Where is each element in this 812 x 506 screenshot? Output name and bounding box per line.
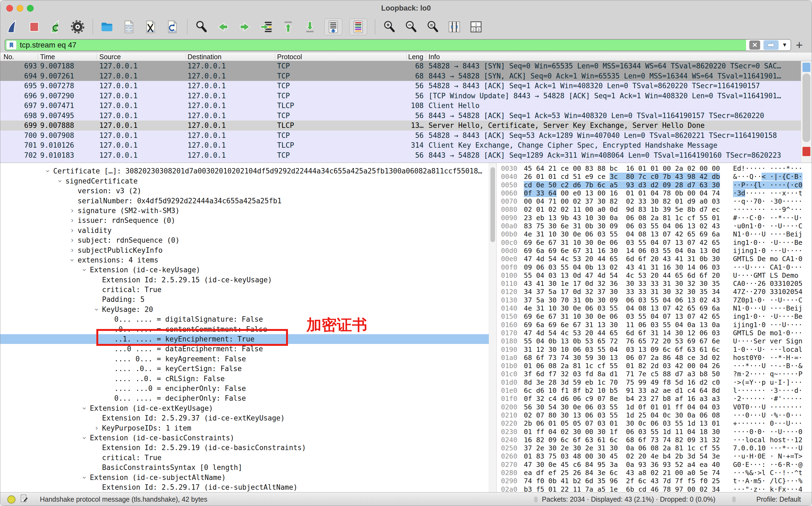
hex-row[interactable]: 02a0b3 f5 01 22 11 7a a5 1e 6b cd 46 78 …: [501, 485, 812, 492]
packet-row[interactable]: 7009.007908127.0.0.1127.0.0.1TCP5654828 …: [0, 131, 812, 141]
next-packet-button[interactable]: [238, 18, 252, 35]
hex-row[interactable]: 011043 41 30 1e 17 0d 32 36 30 33 33 31 …: [501, 279, 812, 288]
hex-row[interactable]: 021002 07 80 30 13 06 03 55 1d 25 04 0c …: [501, 411, 812, 419]
hex-row[interactable]: 013037 5a 30 70 31 0b 30 09 06 03 55 04 …: [501, 296, 812, 304]
tree-row[interactable]: ›Certificate […]: 30820230308201d7a00302…: [0, 166, 497, 176]
start-capture-button[interactable]: [5, 18, 20, 35]
hex-row[interactable]: 024016 82 09 6c 6f 63 61 6c 68 6f 73 74 …: [501, 436, 812, 444]
tree-row[interactable]: ›Extension (id-ce-subjectAltName): [0, 473, 497, 482]
column-header-time[interactable]: Time: [40, 53, 55, 61]
hex-row[interactable]: 016069 6a 69 6e 67 31 13 30 11 06 03 55 …: [501, 321, 812, 329]
tree-row[interactable]: ›KeyPurposeIDs: 1 item: [0, 423, 497, 433]
tree-row[interactable]: ›issuer: rdnSequence (0): [0, 216, 497, 225]
tree-row[interactable]: Extension Id: 2.5.29.15 (id-ce-keyUsage): [0, 275, 497, 285]
chevron-down-icon[interactable]: ›: [43, 166, 53, 177]
tree-row[interactable]: ...0 .... = dataEncipherment: False: [0, 344, 497, 354]
packet-row[interactable]: 6949.007261127.0.0.1127.0.0.1TCP688443 →…: [0, 71, 812, 81]
tree-row[interactable]: ›signedCertificate: [0, 176, 497, 186]
goto-packet-button[interactable]: [259, 18, 274, 35]
hex-row[interactable]: 018055 04 0b 13 0b 53 65 72 76 65 72 20 …: [501, 337, 812, 345]
tree-row[interactable]: serialNumber: 0x4df5d9292d22444a34c655a4…: [0, 196, 497, 206]
restart-capture-button[interactable]: [49, 18, 63, 35]
tree-row[interactable]: ›subjectPublicKeyInfo: [0, 245, 497, 255]
hex-row[interactable]: 02202b 06 01 05 05 07 03 01 30 0c 06 03 …: [501, 419, 812, 428]
reload-file-button[interactable]: 01010: [165, 18, 179, 35]
chevron-right-icon[interactable]: ›: [67, 245, 78, 255]
chevron-right-icon[interactable]: ›: [67, 206, 78, 216]
hex-row[interactable]: 00e047 4d 54 4c 53 20 44 65 6d 6f 20 43 …: [501, 255, 812, 263]
column-header-protocol[interactable]: Protocol: [277, 53, 302, 61]
chevron-right-icon[interactable]: ›: [67, 216, 78, 225]
tree-row[interactable]: Extension Id: 2.5.29.19 (id-ce-basicCons…: [0, 443, 497, 452]
clear-filter-button[interactable]: ✕: [749, 40, 760, 50]
packet-row[interactable]: 6969.007290127.0.0.1127.0.0.1TCP56[TCP W…: [0, 91, 812, 101]
chevron-down-icon[interactable]: ›: [80, 265, 89, 275]
tree-row[interactable]: ›Extension (id-ce-keyUsage): [0, 265, 497, 275]
tree-row[interactable]: ›extensions: 4 items: [0, 255, 497, 265]
column-header-length[interactable]: Leng: [408, 53, 423, 61]
tree-row[interactable]: ›KeyUsage: 20: [0, 305, 497, 314]
hex-row[interactable]: 01d08d 3e 28 3d 59 eb 1c 70 75 99 49 f8 …: [501, 378, 812, 387]
colorize-button[interactable]: [349, 18, 367, 35]
hex-row[interactable]: 01a068 6f 73 74 30 59 30 13 06 07 2a 86 …: [501, 354, 812, 362]
hex-row[interactable]: 007000 04 71 00 02 37 30 82 02 33 30 82 …: [501, 197, 812, 205]
column-header-destination[interactable]: Destination: [188, 53, 221, 61]
hex-row[interactable]: 019031 12 30 10 06 03 55 04 03 13 09 6c …: [501, 346, 812, 354]
open-file-button[interactable]: [100, 18, 114, 35]
display-filter-field[interactable]: tcp.stream eq 47 ✕ ▼: [5, 39, 791, 51]
hex-row[interactable]: 01e06c d6 10 f1 8f b2 10 b5 91 33 a2 ae …: [501, 387, 812, 395]
packet-row[interactable]: 7029.010183127.0.0.1127.0.0.1TCP568443 →…: [0, 150, 812, 160]
capture-comment-icon[interactable]: [20, 494, 28, 505]
tree-row[interactable]: .... ...0 = encipherOnly: False: [0, 384, 497, 393]
column-header-info[interactable]: Info: [429, 53, 440, 61]
tree-row[interactable]: [0, 163, 497, 166]
hex-row[interactable]: 020056 30 54 30 0e 06 03 55 1d 0f 01 01 …: [501, 403, 812, 411]
chevron-down-icon[interactable]: ›: [80, 432, 89, 443]
chevron-right-icon[interactable]: ›: [91, 423, 102, 433]
hex-row[interactable]: 012034 37 5a 17 0d 32 37 30 33 33 31 30 …: [501, 288, 812, 296]
hex-row[interactable]: 0050cd 0e 50 c2 d6 7b 6c a5 93 d3 d2 09 …: [501, 181, 812, 189]
column-header-source[interactable]: Source: [99, 53, 121, 61]
hex-row[interactable]: 009023 eb 13 9b 43 10 30 0a 06 08 2a 81 …: [501, 214, 812, 222]
hex-row[interactable]: 01f00f 32 c4 d6 06 c9 07 8e b4 23 27 b8 …: [501, 395, 812, 403]
hex-row[interactable]: 003045 64 21 ce 00 83 88 bc 16 01 01 00 …: [501, 165, 812, 173]
chevron-right-icon[interactable]: ›: [67, 235, 78, 245]
auto-scroll-button[interactable]: [324, 18, 342, 35]
chevron-down-icon[interactable]: ›: [92, 304, 101, 315]
chevron-down-icon[interactable]: ›: [55, 176, 65, 186]
prev-packet-button[interactable]: [216, 18, 231, 35]
zoom-in-button[interactable]: +: [382, 18, 396, 35]
tree-row[interactable]: 0... .... = digitalSignature: False: [0, 314, 497, 324]
hex-row[interactable]: 008002 01 02 02 11 00 a0 0d 9d 83 1b 39 …: [501, 205, 812, 214]
filter-dropdown-button[interactable]: ▼: [782, 42, 787, 48]
hex-row[interactable]: 01404e 31 10 30 0e 06 03 55 04 08 13 07 …: [501, 304, 812, 313]
first-packet-button[interactable]: [281, 18, 295, 35]
hex-row[interactable]: 00a083 75 30 6e 31 0b 30 09 06 03 55 04 …: [501, 222, 812, 230]
packet-row[interactable]: 6979.007471127.0.0.1127.0.0.1TLCP108Clie…: [0, 101, 812, 111]
packet-row[interactable]: 6999.007888127.0.0.1127.0.0.1TLCP13…Serv…: [0, 120, 812, 131]
hex-row[interactable]: 0280ea df ef 25 26 84 3e 6c 43 a8 02 21 …: [501, 469, 812, 477]
packet-list-scrollbar[interactable]: [801, 61, 812, 163]
chevron-right-icon[interactable]: ›: [67, 226, 78, 235]
hex-row[interactable]: 01c03f 6d f7 32 03 fd 8a d1 71 7e c5 88 …: [501, 370, 812, 378]
hex-row[interactable]: 017047 4d 54 4c 53 20 44 65 6d 6f 31 14 …: [501, 329, 812, 337]
chevron-down-icon[interactable]: ›: [67, 255, 77, 265]
packet-row[interactable]: 6939.007188127.0.0.1127.0.0.1TCP6854828 …: [0, 61, 812, 71]
display-filter-input[interactable]: tcp.stream eq 47: [20, 41, 746, 50]
find-packet-button[interactable]: [194, 18, 209, 35]
tree-row[interactable]: 0... .... = decipherOnly: False: [0, 393, 497, 403]
tree-row[interactable]: Extension Id: 2.5.29.17 (id-ce-subjectAl…: [0, 482, 497, 492]
tree-row[interactable]: .... .0.. = keyCertSign: False: [0, 364, 497, 373]
hex-row[interactable]: 00c069 6e 67 31 10 30 0e 06 03 55 04 07 …: [501, 239, 812, 247]
last-packet-button[interactable]: [302, 18, 317, 35]
filter-bookmark-button[interactable]: [6, 40, 16, 50]
hex-row[interactable]: 015069 6e 67 31 10 30 0e 06 03 55 04 07 …: [501, 313, 812, 321]
hex-row[interactable]: 026001 83 75 03 48 00 30 45 02 20 4e b4 …: [501, 452, 812, 460]
resize-columns-button[interactable]: [447, 18, 462, 35]
tree-row[interactable]: .0.. .... = contentCommitment: False: [0, 324, 497, 334]
scrollbar-thumb[interactable]: [803, 74, 810, 142]
tree-row[interactable]: Extension Id: 2.5.29.37 (id-ce-extKeyUsa…: [0, 413, 497, 423]
tree-row[interactable]: critical: True: [0, 453, 497, 462]
chevron-down-icon[interactable]: ›: [80, 403, 89, 414]
close-file-button[interactable]: 01110: [143, 18, 158, 35]
